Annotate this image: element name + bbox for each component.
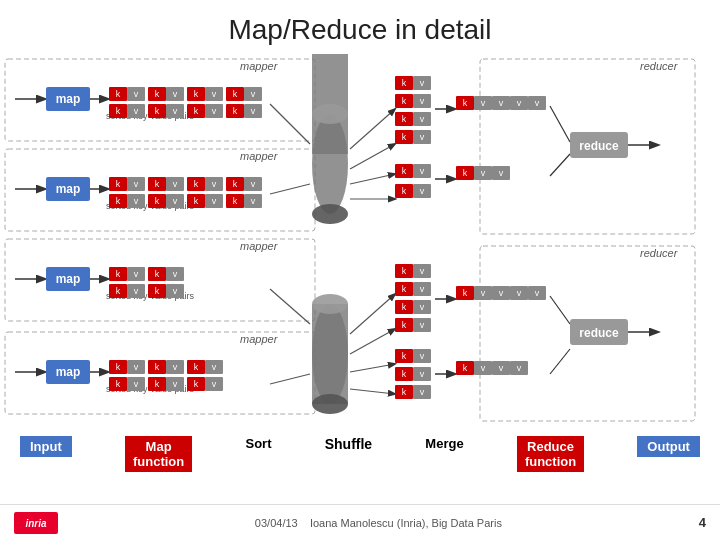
svg-line-153 — [350, 329, 395, 354]
label-merge: Merge — [425, 436, 463, 451]
svg-text:v: v — [134, 269, 139, 279]
svg-text:v: v — [134, 179, 139, 189]
svg-text:reduce: reduce — [579, 139, 619, 153]
svg-text:k: k — [402, 96, 407, 106]
svg-line-152 — [350, 294, 395, 334]
svg-text:k: k — [402, 166, 407, 176]
svg-text:k: k — [155, 106, 160, 116]
svg-text:k: k — [155, 269, 160, 279]
svg-text:k: k — [116, 269, 121, 279]
svg-text:v: v — [173, 286, 178, 296]
svg-text:v: v — [212, 89, 217, 99]
svg-text:v: v — [420, 78, 425, 88]
svg-line-251 — [550, 296, 570, 324]
svg-text:v: v — [420, 351, 425, 361]
svg-text:k: k — [116, 362, 121, 372]
label-map-function: Mapfunction — [125, 436, 192, 472]
svg-text:v: v — [499, 288, 504, 298]
label-output: Output — [637, 436, 700, 457]
svg-text:k: k — [116, 179, 121, 189]
svg-text:v: v — [134, 196, 139, 206]
svg-point-148 — [312, 294, 348, 314]
svg-text:k: k — [402, 351, 407, 361]
svg-text:v: v — [420, 266, 425, 276]
svg-text:v: v — [134, 286, 139, 296]
svg-text:k: k — [194, 379, 199, 389]
svg-text:v: v — [134, 89, 139, 99]
svg-text:v: v — [517, 288, 522, 298]
svg-text:v: v — [420, 320, 425, 330]
svg-text:k: k — [233, 106, 238, 116]
svg-line-199 — [550, 154, 570, 176]
svg-text:v: v — [134, 106, 139, 116]
svg-text:v: v — [134, 379, 139, 389]
svg-text:v: v — [173, 362, 178, 372]
svg-text:k: k — [402, 369, 407, 379]
svg-text:k: k — [155, 196, 160, 206]
svg-text:v: v — [251, 179, 256, 189]
svg-text:k: k — [463, 288, 468, 298]
svg-line-155 — [350, 389, 395, 394]
svg-text:k: k — [402, 186, 407, 196]
svg-line-198 — [550, 106, 570, 142]
svg-text:v: v — [420, 114, 425, 124]
svg-line-140 — [270, 104, 310, 144]
footer-date-author: 03/04/13 Ioana Manolescu (Inria), Big Da… — [255, 517, 502, 529]
svg-point-138 — [312, 104, 348, 124]
label-sort: Sort — [245, 436, 271, 451]
svg-point-149 — [312, 394, 348, 414]
svg-text:map: map — [56, 92, 81, 106]
svg-text:v: v — [535, 98, 540, 108]
svg-text:k: k — [116, 196, 121, 206]
svg-rect-147 — [312, 304, 348, 404]
svg-text:v: v — [173, 89, 178, 99]
svg-line-143 — [350, 144, 395, 169]
svg-text:v: v — [420, 284, 425, 294]
svg-text:v: v — [251, 106, 256, 116]
svg-text:k: k — [116, 286, 121, 296]
svg-text:v: v — [212, 379, 217, 389]
svg-text:k: k — [116, 89, 121, 99]
svg-point-139 — [312, 204, 348, 224]
svg-text:v: v — [212, 196, 217, 206]
svg-text:v: v — [173, 179, 178, 189]
label-shuffle: Shuffle — [325, 436, 372, 452]
svg-text:k: k — [155, 379, 160, 389]
svg-text:v: v — [420, 387, 425, 397]
svg-text:v: v — [173, 106, 178, 116]
svg-text:v: v — [420, 369, 425, 379]
slide-title: Map/Reduce in detail — [0, 0, 720, 52]
svg-text:v: v — [420, 166, 425, 176]
svg-text:v: v — [499, 168, 504, 178]
svg-text:v: v — [420, 186, 425, 196]
svg-line-150 — [270, 289, 310, 324]
svg-text:reduce: reduce — [579, 326, 619, 340]
svg-text:k: k — [194, 196, 199, 206]
svg-text:mapper: mapper — [240, 333, 279, 345]
svg-text:k: k — [194, 89, 199, 99]
svg-text:k: k — [116, 106, 121, 116]
diagram-area: mapper mapper mapper mapper reducer redu… — [0, 54, 720, 474]
label-input: Input — [20, 436, 72, 457]
svg-text:k: k — [402, 78, 407, 88]
svg-text:k: k — [463, 168, 468, 178]
svg-text:v: v — [499, 363, 504, 373]
inria-logo-area: inria — [14, 512, 58, 534]
footer: inria 03/04/13 Ioana Manolescu (Inria), … — [0, 504, 720, 540]
svg-text:v: v — [481, 363, 486, 373]
svg-text:v: v — [499, 98, 504, 108]
svg-line-151 — [270, 374, 310, 384]
svg-text:v: v — [481, 288, 486, 298]
svg-text:k: k — [155, 179, 160, 189]
svg-text:v: v — [212, 362, 217, 372]
svg-text:reducer: reducer — [640, 60, 679, 72]
svg-text:mapper: mapper — [240, 240, 279, 252]
svg-text:v: v — [173, 269, 178, 279]
svg-text:k: k — [402, 132, 407, 142]
svg-text:mapper: mapper — [240, 60, 279, 72]
svg-line-154 — [350, 364, 395, 372]
svg-text:k: k — [155, 286, 160, 296]
svg-text:k: k — [155, 362, 160, 372]
svg-text:k: k — [233, 179, 238, 189]
svg-text:v: v — [251, 196, 256, 206]
